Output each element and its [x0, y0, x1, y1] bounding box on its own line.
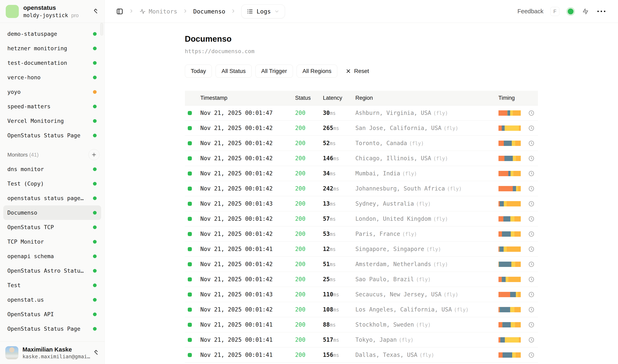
- filter-all-regions[interactable]: All Regions: [297, 65, 337, 78]
- view-selector-dropdown[interactable]: Logs: [241, 4, 285, 18]
- add-monitor-button[interactable]: [89, 149, 100, 160]
- clock-icon[interactable]: [528, 246, 534, 252]
- log-region: Mumbai, India: [356, 170, 400, 177]
- log-row[interactable]: Nov 21, 2025 00:01:42200146msChicago, Il…: [185, 151, 538, 166]
- log-latency-value: 517: [323, 337, 334, 343]
- sidebar-item-verce-hono[interactable]: verce-hono: [3, 70, 101, 85]
- timing-phase-bar: [499, 292, 521, 297]
- sidebar-item-openstatus-status-page[interactable]: OpenStatus Status Page: [3, 128, 101, 143]
- log-row[interactable]: Nov 21, 2025 00:01:4720030msAshburn, Vir…: [185, 105, 538, 121]
- sidebar-item-openstatus-astro-statu[interactable]: OpenStatus Astro Statu…: [3, 263, 101, 278]
- log-region-provider: (fly): [399, 337, 413, 343]
- sidebar-item-demo-statuspage[interactable]: demo-statuspage: [3, 26, 101, 41]
- log-row[interactable]: Nov 21, 2025 00:01:4120088msStockholm, S…: [185, 317, 538, 332]
- log-region: Tokyo, Japan: [356, 337, 397, 343]
- feedback-button[interactable]: Feedback: [517, 8, 543, 15]
- sidebar-item-tcp-monitor[interactable]: TCP Monitor: [3, 234, 101, 249]
- sidebar-toggle-button[interactable]: [116, 8, 123, 15]
- column-header-timing: Timing: [499, 95, 538, 101]
- clock-icon[interactable]: [528, 231, 534, 237]
- breadcrumb-documenso[interactable]: Documenso: [193, 8, 225, 15]
- log-latency-value: 57: [323, 215, 330, 222]
- log-status-code: 200: [295, 231, 306, 237]
- log-region-provider: (fly): [426, 247, 441, 252]
- status-ok-indicator: [188, 262, 192, 266]
- sidebar-scrollbar-thumb[interactable]: [100, 23, 103, 36]
- clock-icon[interactable]: [528, 201, 534, 207]
- sidebar-item-openstatus-status-page[interactable]: OpenStatus Status Page: [3, 322, 101, 336]
- log-row[interactable]: Nov 21, 2025 00:01:42200242msJohannesbur…: [185, 181, 538, 196]
- sidebar-item-label: OpenStatus TCP: [7, 224, 54, 230]
- clock-icon[interactable]: [528, 125, 534, 131]
- column-header-timestamp: Timestamp: [200, 95, 295, 101]
- sidebar-item-hetzner-monitoring[interactable]: hetzner monitoring: [3, 41, 101, 56]
- user-name: Maximilian Kaske: [23, 346, 93, 353]
- workspace-status-indicator[interactable]: [566, 7, 575, 16]
- sidebar-item-yoyo[interactable]: yoyo: [3, 85, 101, 99]
- clock-icon[interactable]: [528, 322, 534, 328]
- user-menu[interactable]: Maximilian Kaske kaske.maximilian@gmail…: [0, 341, 104, 364]
- sidebar-item-documenso[interactable]: Documenso: [3, 205, 101, 220]
- clock-icon[interactable]: [528, 261, 534, 267]
- org-switcher[interactable]: openstatus moldy-joystick pro: [0, 0, 104, 23]
- status-dot-up: [93, 312, 97, 316]
- reset-filters-button[interactable]: Reset: [341, 65, 373, 78]
- log-region: Dallas, Texas, USA: [356, 351, 417, 358]
- command-menu-button[interactable]: [582, 8, 589, 15]
- sidebar-item-openstatus-tcp[interactable]: OpenStatus TCP: [3, 220, 101, 234]
- topbar-actions: Feedback F: [517, 7, 606, 16]
- log-latency-value: 51: [323, 261, 330, 268]
- log-row[interactable]: Nov 21, 2025 00:01:41200517msTokyo, Japa…: [185, 332, 538, 348]
- log-row[interactable]: Nov 21, 2025 00:01:42200265msSan Jose, C…: [185, 121, 538, 136]
- clock-icon[interactable]: [528, 110, 534, 116]
- log-row[interactable]: Nov 21, 2025 00:01:4220057msLondon, Unit…: [185, 211, 538, 226]
- sidebar-item-vercel-monitoring[interactable]: Vercel Monitoring: [3, 114, 101, 128]
- log-row[interactable]: Nov 21, 2025 00:01:4220051msAmsterdam, N…: [185, 257, 538, 272]
- log-region: Chicago, Illinois, USA: [356, 155, 431, 162]
- monitors-section-header: Monitors (41): [3, 148, 101, 162]
- log-row[interactable]: Nov 21, 2025 00:01:4320013msSydney, Aust…: [185, 196, 538, 211]
- sidebar-item-openapi-schema[interactable]: openapi schema: [3, 249, 101, 263]
- log-latency-unit: ms: [330, 216, 336, 222]
- filter-today[interactable]: Today: [185, 65, 212, 78]
- clock-icon[interactable]: [528, 186, 534, 192]
- column-header-latency: Latency: [323, 95, 356, 101]
- sidebar-item-dns-monitor[interactable]: dns monitor: [3, 162, 101, 176]
- log-region: San Jose, California, USA: [356, 125, 441, 131]
- log-row[interactable]: Nov 21, 2025 00:01:4220034msMumbai, Indi…: [185, 166, 538, 181]
- log-latency-value: 156: [323, 351, 334, 358]
- clock-icon[interactable]: [528, 337, 534, 343]
- sidebar-item-test[interactable]: Test: [3, 278, 101, 292]
- log-row[interactable]: Nov 21, 2025 00:01:4220025msSao Paulo, B…: [185, 272, 538, 287]
- filter-all-status[interactable]: All Status: [216, 65, 251, 78]
- clock-icon[interactable]: [528, 276, 534, 283]
- clock-icon[interactable]: [528, 170, 534, 177]
- sidebar-item-openstat-us[interactable]: openstat.us: [3, 292, 101, 307]
- log-row[interactable]: Nov 21, 2025 00:01:4220052msToronto, Can…: [185, 136, 538, 151]
- monitor-url[interactable]: https://documenso.com: [185, 48, 538, 54]
- clock-icon[interactable]: [528, 216, 534, 222]
- log-row[interactable]: Nov 21, 2025 00:01:42200108msLos Angeles…: [185, 302, 538, 317]
- log-row[interactable]: Nov 21, 2025 00:01:4120012msSingapore, S…: [185, 242, 538, 257]
- sidebar-item-openstatus-status-page[interactable]: openstatus status page…: [3, 191, 101, 205]
- log-latency-value: 88: [323, 321, 330, 328]
- sidebar-item-test-copy[interactable]: Test (Copy): [3, 176, 101, 191]
- log-status-code: 200: [295, 246, 306, 252]
- clock-icon[interactable]: [528, 291, 534, 298]
- clock-icon[interactable]: [528, 307, 534, 313]
- log-row[interactable]: Nov 21, 2025 00:01:4220053msParis, Franc…: [185, 226, 538, 242]
- sidebar-item-label: openstat.us: [7, 297, 44, 303]
- more-options-button[interactable]: [596, 9, 606, 13]
- status-dot-up: [93, 225, 97, 229]
- clock-icon[interactable]: [528, 352, 534, 358]
- clock-icon[interactable]: [528, 140, 534, 146]
- log-row[interactable]: Nov 21, 2025 00:01:41200156msDallas, Tex…: [185, 348, 538, 363]
- clock-icon[interactable]: [528, 155, 534, 161]
- sidebar-item-speed-matters[interactable]: speed-matters: [3, 99, 101, 114]
- sidebar-item-openstatus-api[interactable]: OpenStatus API: [3, 307, 101, 322]
- log-status-code: 200: [295, 306, 306, 313]
- sidebar-item-test-documentation[interactable]: test-documentation: [3, 56, 101, 70]
- filter-all-trigger[interactable]: All Trigger: [255, 65, 293, 78]
- breadcrumb-monitors[interactable]: Monitors: [139, 8, 177, 15]
- log-row[interactable]: Nov 21, 2025 00:01:43200110msSecaucus, N…: [185, 287, 538, 302]
